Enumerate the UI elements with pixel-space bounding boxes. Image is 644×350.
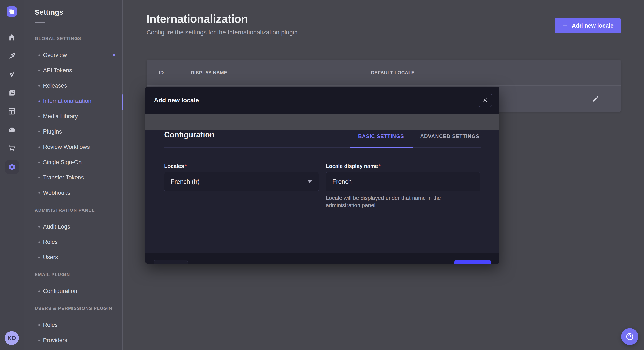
bullet-icon (38, 146, 40, 148)
add-new-locale-button[interactable]: Add new locale (555, 18, 621, 33)
question-circle-icon (625, 332, 634, 341)
locales-select-value: French (fr) (171, 178, 200, 185)
pencil-icon (592, 95, 599, 103)
bullet-icon (38, 70, 40, 71)
edit-locale-button[interactable] (588, 92, 603, 106)
bullet-icon (38, 54, 40, 56)
display-name-field: Locale display name* Locale will be disp… (326, 163, 480, 209)
tab-advanced-settings[interactable]: ADVANCED SETTINGS (419, 133, 481, 147)
bullet-icon (38, 324, 40, 326)
bullet-icon (38, 257, 40, 258)
bullet-icon (38, 85, 40, 87)
sidebar-item-webhooks[interactable]: Webhooks (35, 185, 122, 200)
settings-gear-icon (8, 163, 16, 171)
column-header-default-locale: DEFAULT LOCALE (371, 70, 620, 75)
rail-item-marketplace[interactable] (3, 139, 21, 158)
page-header: Internationalization Configure the setti… (146, 12, 621, 36)
rail-item-deploy[interactable] (3, 65, 21, 84)
plus-icon (562, 23, 568, 29)
sidebar-title: Settings (35, 0, 122, 16)
column-header-id: ID (159, 70, 191, 75)
close-icon (482, 98, 488, 103)
sidebar-item-single-sign-on[interactable]: Single Sign-On (35, 155, 122, 170)
send-icon (8, 70, 16, 78)
section-users-permissions-plugin: USERS & PERMISSIONS PLUGIN (35, 306, 122, 311)
bullet-icon (38, 131, 40, 133)
table-header-row: ID DISPLAY NAME DEFAULT LOCALE (147, 60, 620, 86)
bullet-icon (38, 177, 40, 178)
bullet-icon (38, 241, 40, 243)
page-subtitle: Configure the settings for the Internati… (146, 29, 298, 36)
display-name-hint: Locale will be displayed under that name… (326, 194, 475, 209)
feather-icon (8, 52, 16, 60)
locales-select[interactable]: French (fr) (164, 172, 319, 191)
help-button[interactable] (621, 328, 638, 345)
cloud-icon (8, 126, 16, 134)
sidebar-item-admin-roles[interactable]: Roles (35, 234, 122, 250)
layout-icon (8, 107, 16, 116)
settings-active-tile (5, 160, 18, 174)
configuration-title: Configuration (164, 130, 214, 147)
configuration-row: Configuration BASIC SETTINGS ADVANCED SE… (164, 130, 481, 148)
modal-footer: Cancel Save (146, 253, 500, 264)
display-name-input-wrap (326, 172, 480, 191)
cart-icon (8, 144, 16, 153)
sidebar-item-audit-logs[interactable]: Audit Logs (35, 219, 122, 234)
tab-basic-settings[interactable]: BASIC SETTINGS (357, 133, 405, 147)
active-item-indicator (122, 94, 123, 110)
settings-sidebar: Settings GLOBAL SETTINGS Overview API To… (24, 0, 123, 350)
strapi-logo[interactable] (6, 6, 17, 16)
cancel-button[interactable]: Cancel (154, 260, 188, 264)
section-global-settings: GLOBAL SETTINGS (35, 36, 122, 41)
rail-item-content-manager[interactable] (3, 102, 21, 121)
locale-form: Locales* French (fr) Locale display name… (164, 163, 481, 209)
required-asterisk: * (379, 163, 381, 169)
column-header-display-name: DISPLAY NAME (191, 70, 371, 75)
sidebar-item-review-workflows[interactable]: Review Workflows (35, 139, 122, 155)
sidebar-item-media-library[interactable]: Media Library (35, 109, 122, 124)
save-button[interactable]: Save (454, 260, 491, 264)
modal-header: Add new locale (146, 87, 500, 114)
required-asterisk: * (185, 163, 187, 169)
sidebar-item-api-tokens[interactable]: API Tokens (35, 63, 122, 78)
sidebar-item-overview[interactable]: Overview (35, 47, 122, 63)
bullet-icon (38, 226, 40, 227)
media-icon (8, 89, 16, 97)
display-name-label: Locale display name* (326, 163, 381, 169)
sidebar-item-plugins[interactable]: Plugins (35, 124, 122, 139)
rail-item-media-library[interactable] (3, 84, 21, 102)
sidebar-item-email-configuration[interactable]: Configuration (35, 283, 122, 299)
bullet-icon (38, 340, 40, 341)
display-name-input[interactable] (332, 178, 474, 185)
locales-field: Locales* French (fr) (164, 163, 319, 209)
strapi-logo-mark (6, 6, 17, 16)
modal-body: Configuration BASIC SETTINGS ADVANCED SE… (146, 130, 500, 253)
rail-item-home[interactable] (3, 28, 21, 47)
rail-item-content-builder[interactable] (3, 47, 21, 65)
strapi-settings-screen: KD Settings GLOBAL SETTINGS Overview API… (0, 0, 644, 350)
modal-title: Add new locale (154, 97, 199, 104)
settings-tabs: BASIC SETTINGS ADVANCED SETTINGS (357, 133, 481, 147)
section-email-plugin: EMAIL PLUGIN (35, 272, 122, 277)
user-avatar[interactable]: KD (5, 331, 19, 345)
sidebar-item-users[interactable]: Users (35, 250, 122, 265)
chevron-down-icon (308, 180, 312, 183)
sidebar-item-providers[interactable]: Providers (35, 333, 122, 348)
sidebar-item-internationalization[interactable]: Internationalization (35, 93, 122, 109)
sidebar-item-up-roles[interactable]: Roles (35, 317, 122, 333)
home-icon (8, 33, 16, 41)
bullet-icon (38, 116, 40, 117)
bullet-icon (38, 162, 40, 163)
bullet-icon (38, 291, 40, 292)
bullet-icon (38, 100, 40, 102)
modal-close-button[interactable] (478, 94, 492, 107)
nav-rail: KD (0, 0, 24, 350)
rail-item-cloud[interactable] (3, 121, 21, 139)
page-title: Internationalization (146, 12, 298, 25)
sidebar-title-underline (35, 22, 45, 22)
section-administration-panel: ADMINISTRATION PANEL (35, 207, 122, 213)
sidebar-item-releases[interactable]: Releases (35, 78, 122, 93)
notification-dot (113, 54, 115, 56)
rail-item-settings[interactable] (3, 158, 21, 176)
sidebar-item-transfer-tokens[interactable]: Transfer Tokens (35, 170, 122, 185)
